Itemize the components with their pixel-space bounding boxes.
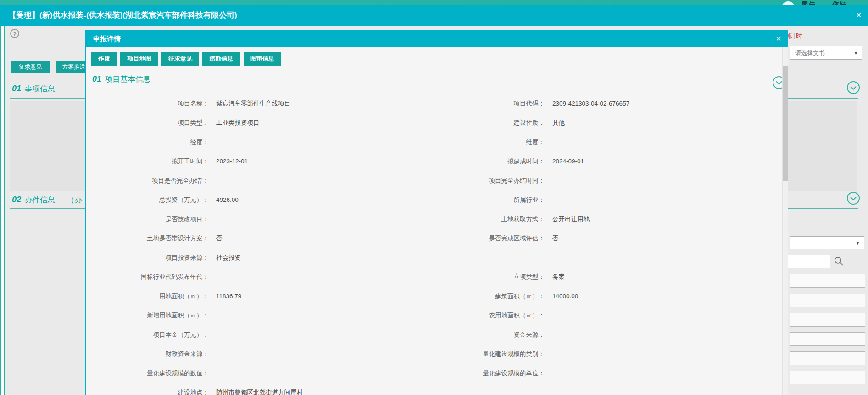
form-row: 项目是否完全办结'：项目完全办结时间： — [86, 171, 779, 190]
dialog-scrollbar — [782, 47, 788, 395]
field-label: 总投资（万元）： — [86, 190, 209, 210]
field-label: 国标行业代码发布年代： — [86, 267, 209, 287]
field-value: 14000.00 — [552, 287, 578, 306]
field-label: 项目完全办结时间： — [422, 171, 545, 190]
form-row: 项目类型：工业类投资项目建设性质：其他 — [86, 113, 779, 133]
section-label-suffix: （办 — [67, 195, 82, 204]
field-value: 2023-12-01 — [216, 152, 248, 171]
section-label: 事项信息 — [25, 84, 55, 93]
section-title-case-info: 02办件信息（办 — [12, 195, 82, 205]
chevron-down-icon: ▼ — [856, 237, 860, 250]
field-label: 土地是否带设计方案： — [86, 229, 209, 248]
form-row: 用地面积（㎡）：11836.79建筑面积（㎡）：14000.00 — [86, 287, 779, 306]
form-row: 项目投资来源：社会投资 — [86, 248, 779, 267]
field-label: 是否完成区域评估： — [422, 229, 545, 248]
field-label: 项目名称： — [86, 94, 209, 113]
field-value: 社会投资 — [216, 248, 241, 267]
field-value: 11836.79 — [216, 287, 241, 306]
right-panel-input[interactable] — [790, 313, 865, 327]
form-row: 经度：维度： — [86, 133, 779, 152]
right-panel-input[interactable] — [790, 332, 865, 346]
section-label: 办件信息 — [25, 195, 55, 204]
field-value: 其他 — [552, 113, 565, 133]
collapse-chevron-icon[interactable] — [846, 191, 860, 205]
section-number: 01 — [12, 84, 21, 93]
right-panel-input[interactable] — [790, 371, 865, 384]
right-panel-input[interactable] — [790, 351, 865, 365]
right-panel-select[interactable]: ▼ — [790, 236, 864, 249]
field-label: 量化建设规模的类别： — [422, 345, 545, 364]
user-name-text: 周先 — [801, 0, 816, 5]
field-label: 维度： — [422, 133, 545, 152]
document-select[interactable]: 请选择文书 ▼ — [790, 46, 862, 60]
field-value: 公开出让用地 — [552, 210, 590, 229]
right-panel-input[interactable] — [790, 294, 865, 307]
field-label: 项目类型： — [86, 113, 209, 133]
field-label: 项目是否完全办结'： — [86, 171, 209, 190]
field-label: 是否技改项目： — [86, 210, 209, 229]
form-row: 财政资金来源：量化建设规模的类别： — [86, 345, 779, 364]
field-label: 项目代码： — [422, 94, 545, 113]
field-value: 2024-09-01 — [552, 152, 584, 171]
field-label: 新增用地面积（㎡）： — [86, 306, 209, 325]
scrollbar-thumb[interactable] — [783, 66, 788, 181]
form-row: 建设地点：随州市曾都区北郊街道九间屋村 — [86, 383, 779, 395]
top-strip: 周先 你好 — [0, 0, 868, 5]
form-rows: 项目名称：紫宸汽车零部件生产线项目项目代码：2309-421303-04-02-… — [86, 30, 788, 395]
form-row: 总投资（万元）：4926.00所属行业： — [86, 190, 779, 210]
declaration-detail-dialog: 申报详情 × 作废 项目地图 征求意见 踏勘信息 图审信息 01项目基本信息 项… — [85, 30, 788, 395]
form-row: 拟开工时间：2023-12-01拟建成时间：2024-09-01 — [86, 152, 779, 171]
field-label: 经度： — [86, 133, 209, 152]
window-titlebar: 【受理】(新)供水报装-(供水报装)(湖北紫宸汽车部件科技有限公司) × — [0, 5, 868, 26]
screen: 周先 你好 【受理】(新)供水报装-(供水报装)(湖北紫宸汽车部件科技有限公司)… — [0, 0, 868, 395]
field-label: 农用地面积（㎡）： — [422, 306, 545, 325]
field-label: 项目本金（万元）： — [86, 325, 209, 345]
avatar — [781, 1, 795, 5]
field-label: 财政资金来源： — [86, 345, 209, 364]
consult-button[interactable]: 征求意见 — [11, 61, 50, 73]
timer-label-wrap: 倒计时 — [784, 32, 825, 41]
field-label: 量化建设规模的单位： — [422, 364, 545, 383]
window-close-icon[interactable]: × — [856, 5, 862, 25]
collapsed-left-rail — [0, 26, 5, 395]
window-title: 【受理】(新)供水报装-(供水报装)(湖北紫宸汽车部件科技有限公司) — [8, 5, 237, 26]
field-value: 4926.00 — [216, 190, 239, 210]
chevron-down-icon: ▼ — [854, 46, 858, 60]
form-row: 国标行业代码发布年代：立项类型：备案 — [86, 267, 779, 287]
field-label: 量化建设规模的数值： — [86, 364, 209, 383]
field-label: 资金来源： — [422, 325, 545, 345]
field-label: 拟开工时间： — [86, 152, 209, 171]
section-number: 02 — [12, 195, 21, 204]
form-row: 项目本金（万元）：资金来源： — [86, 325, 779, 345]
field-value: 2309-421303-04-02-676657 — [552, 94, 629, 113]
field-label: 立项类型： — [422, 267, 545, 287]
field-value: 工业类投资项目 — [216, 113, 260, 133]
field-label: 所属行业： — [422, 190, 545, 210]
right-panel-input[interactable] — [790, 274, 865, 288]
field-label: 项目投资来源： — [86, 248, 209, 267]
user-greeting-text: 你好 — [832, 0, 847, 5]
field-label: 用地面积（㎡）： — [86, 287, 209, 306]
search-icon[interactable] — [833, 256, 844, 267]
field-value: 备案 — [552, 267, 565, 287]
collapse-chevron-icon[interactable] — [846, 81, 860, 95]
form-row: 新增用地面积（㎡）：农用地面积（㎡）： — [86, 306, 779, 325]
form-row: 土地是否带设计方案：否是否完成区域评估：否 — [86, 229, 779, 248]
field-label: 建设性质： — [422, 113, 545, 133]
field-label: 建设地点： — [86, 383, 209, 395]
form-row: 量化建设规模的数值：量化建设规模的单位： — [86, 364, 779, 383]
field-value: 随州市曾都区北郊街道九间屋村 — [216, 383, 303, 395]
form-row: 是否技改项目：土地获取方式：公开出让用地 — [86, 210, 779, 229]
field-value: 紫宸汽车零部件生产线项目 — [216, 94, 290, 113]
section-title-matter-info: 01事项信息 — [12, 84, 55, 94]
document-select-value: 请选择文书 — [795, 46, 825, 60]
field-label: 土地获取方式： — [422, 210, 545, 229]
field-label: 建筑面积（㎡）： — [422, 287, 545, 306]
field-label: 拟建成时间： — [422, 152, 545, 171]
form-row: 项目名称：紫宸汽车零部件生产线项目项目代码：2309-421303-04-02-… — [86, 94, 779, 113]
field-value: 否 — [552, 229, 559, 248]
help-icon[interactable]: ? — [10, 29, 19, 38]
field-value: 否 — [216, 229, 223, 248]
